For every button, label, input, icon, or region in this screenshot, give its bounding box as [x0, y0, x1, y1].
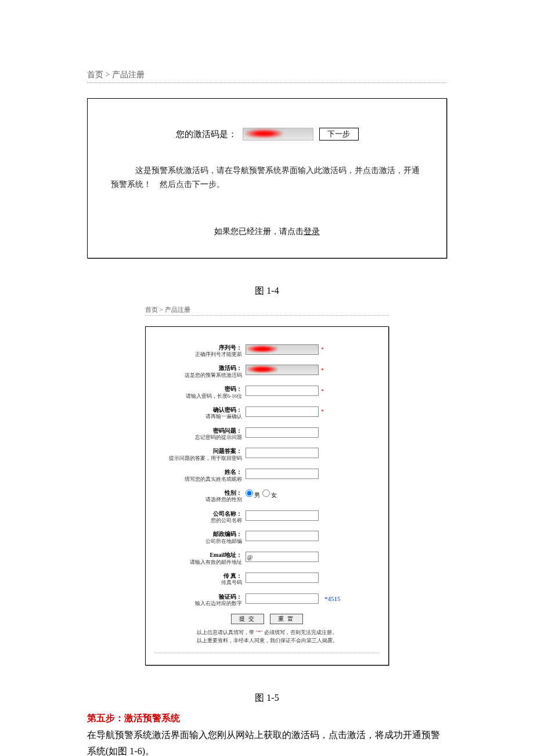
login-prefix: 如果您已经注册，请点击 [214, 227, 304, 236]
question-label: 密码问题： [155, 427, 242, 435]
required-mark: * [321, 367, 324, 373]
row-zip: 邮政编码： 公司所在地邮编 [155, 531, 379, 545]
gender-female-option[interactable]: 女 [262, 489, 277, 499]
row-fax: 传 真： 传真号码 [155, 573, 379, 586]
activation-panel: 您的激活码是： 下一步 这是预警系统激活码，请在导航预警系统界面输入此激活码，并… [87, 98, 447, 258]
row-serial: 序列号： 正确序列号才能更新 * [155, 344, 379, 358]
captcha-input[interactable] [246, 593, 319, 604]
answer-sub: 提示问题的答案，用于取回密码 [155, 455, 242, 462]
activate-label: 激活码： [155, 365, 242, 372]
company-sub: 您的公司名称 [155, 517, 242, 524]
login-line: 如果您已经注册，请点击登录 [105, 226, 429, 237]
activate-sub: 这是您的预警系统激活码 [155, 372, 242, 379]
gender-male-radio[interactable] [246, 489, 253, 497]
email-label: Email地址： [155, 552, 242, 559]
company-label: 公司名称： [155, 510, 242, 518]
fax-input[interactable] [246, 573, 319, 583]
serial-input[interactable] [246, 344, 319, 355]
gender-male-option[interactable]: 男 [246, 489, 260, 499]
password-input[interactable] [246, 386, 319, 396]
answer-input[interactable] [246, 448, 319, 458]
zip-sub: 公司所在地邮编 [155, 538, 242, 545]
gender-label: 性别： [155, 489, 242, 497]
serial-label: 序列号： [155, 344, 242, 352]
row-email: Email地址： 请输入有效的邮件地址 [155, 552, 379, 566]
next-button[interactable]: 下一步 [319, 128, 359, 141]
figure-caption-1-5: 图 1-5 [87, 692, 447, 704]
reset-button[interactable]: 重置 [270, 614, 303, 624]
zip-input[interactable] [246, 531, 319, 541]
row-activate: 激活码： 这是您的预警系统激活码 * [155, 365, 379, 379]
fax-sub: 传真号码 [155, 579, 242, 586]
name-sub: 填写您的真实姓名或昵称 [155, 476, 242, 483]
row-captcha: 验证码： 输入右边对应的数字 *4515 [155, 593, 379, 607]
confirm-input[interactable] [246, 406, 319, 417]
breadcrumb-inner: 首页 > 产品注册 [145, 305, 389, 316]
registration-form-panel: 序列号： 正确序列号才能更新 * 激活码： 这是您的预警系统激活码 * [145, 326, 389, 666]
row-confirm: 确认密码： 请再输一遍确认 * [155, 406, 379, 420]
row-company: 公司名称： 您的公司名称 [155, 510, 379, 524]
company-input[interactable] [246, 510, 319, 521]
activation-description: 这是预警系统激活码，请在导航预警系统界面输入此激活码，并点击激活，开通预警系统！… [111, 164, 423, 192]
row-password: 密码： 请输入密码，长度6-16位 * [155, 386, 379, 399]
question-input[interactable] [246, 427, 319, 438]
step5-heading: 第五步：激活预警系统 [87, 712, 447, 725]
captcha-sub: 输入右边对应的数字 [155, 600, 242, 607]
confirm-label: 确认密码： [155, 406, 242, 414]
login-link[interactable]: 登录 [304, 227, 320, 236]
form-divider [155, 653, 379, 653]
breadcrumb: 首页 > 产品注册 [87, 70, 447, 83]
zip-label: 邮政编码： [155, 531, 242, 538]
confirm-sub: 请再输一遍确认 [155, 413, 242, 420]
password-sub: 请输入密码，长度6-16位 [155, 393, 242, 399]
submit-button[interactable]: 提交 [231, 614, 264, 624]
required-mark: * [321, 408, 324, 415]
captcha-code: *4515 [324, 595, 341, 602]
serial-sub: 正确序列号才能更新 [155, 351, 242, 358]
name-input[interactable] [246, 469, 319, 479]
row-gender: 性别： 请选择您的性别 男 女 [155, 489, 379, 503]
activation-code-display [243, 128, 313, 141]
question-sub: 忘记密码的提示问题 [155, 434, 242, 441]
captcha-label: 验证码： [155, 593, 242, 601]
gender-sub: 请选择您的性别 [155, 496, 242, 503]
row-name: 姓名： 填写您的真实姓名或昵称 [155, 469, 379, 483]
password-label: 密码： [155, 386, 242, 393]
required-mark: * [321, 388, 324, 394]
figure-caption-1-4: 图 1-4 [87, 285, 447, 297]
activate-input[interactable] [246, 365, 319, 375]
row-answer: 问题答案： 提示问题的答案，用于取回密码 [155, 448, 379, 462]
name-label: 姓名： [155, 469, 242, 476]
step5-body: 在导航预警系统激活界面输入您刚从网站上获取的激活码，点击激活，将成功开通预警系统… [87, 727, 447, 756]
row-question: 密码问题： 忘记密码的提示问题 [155, 427, 379, 441]
answer-label: 问题答案： [155, 448, 242, 455]
email-input[interactable] [246, 552, 319, 562]
email-sub: 请输入有效的邮件地址 [155, 559, 242, 566]
required-mark: * [321, 346, 324, 352]
fax-label: 传 真： [155, 573, 242, 580]
activation-code-label: 您的激活码是： [176, 129, 237, 140]
form-note: 以上信息请认真填写，带 "*" 必须填写，否则无法完成注册。 以上重要资料，非经… [155, 629, 379, 645]
gender-female-radio[interactable] [262, 489, 270, 497]
